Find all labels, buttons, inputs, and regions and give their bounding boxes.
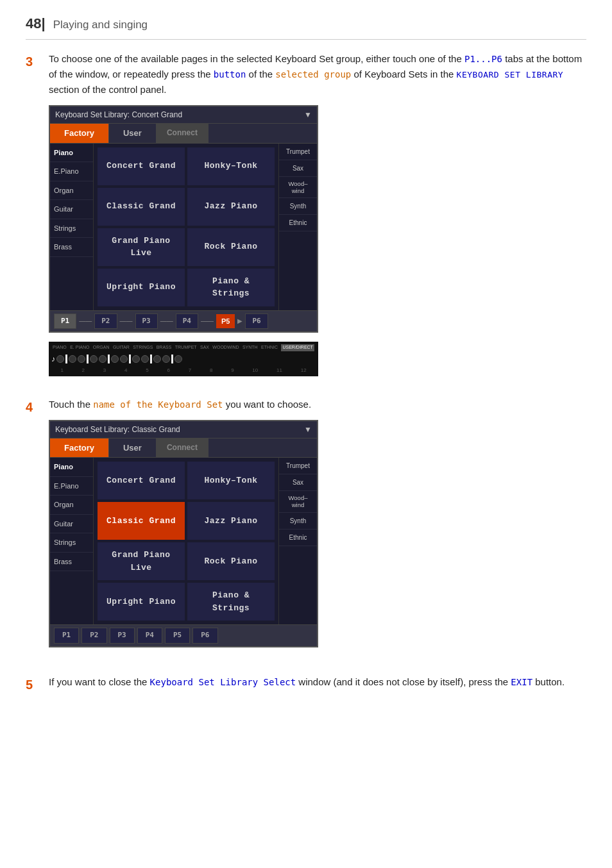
ks-cell-classic-grand-2[interactable]: Classic Grand [98, 502, 185, 540]
ks-pages-1: P1 —— P2 —— P3 —— P4 —— P5 ▶ P6 [50, 310, 317, 332]
exit-ref: EXIT [511, 677, 532, 687]
ks-cell-piano-strings-1[interactable]: Piano & Strings [187, 269, 275, 306]
keyboard-set-window-1: Keyboard Set Library: Concert Grand ▼ Fa… [49, 105, 318, 333]
ks-page-arrow-1: ▶ [236, 316, 244, 326]
knob-8[interactable] [132, 355, 140, 363]
ks-sidebar-brass-2[interactable]: Brass [50, 553, 93, 572]
ks-right-ethnic-1[interactable]: Ethnic [279, 215, 317, 231]
ks-right-synth-2[interactable]: Synth [279, 513, 317, 530]
ks-page-line-2: —— [119, 316, 134, 326]
bar-num-11: 11 [276, 367, 282, 374]
ks-right-synth-1[interactable]: Synth [279, 198, 317, 215]
ks-titlebar-2: Keyboard Set Library: Classic Grand ▼ [50, 421, 317, 438]
ks-cell-honky-tonk-1[interactable]: Honky–Tonk [187, 147, 275, 185]
knob-1[interactable] [56, 355, 64, 363]
ks-cell-classic-grand-1[interactable]: Classic Grand [98, 188, 185, 226]
bar-3 [108, 355, 110, 363]
ks-tabs-2: Factory User Connect [50, 438, 317, 458]
bar-num-5: 5 [146, 367, 148, 374]
knob-6[interactable] [111, 355, 119, 363]
ks-sidebar-guitar-1[interactable]: Guitar [50, 200, 93, 219]
ks-right-sidebar-2: Trumpet Sax Wood–wind Synth Ethnic [278, 458, 317, 624]
bar-num-3: 3 [103, 367, 106, 374]
ks-right-woodwind-2[interactable]: Wood–wind [279, 491, 317, 513]
ks-tab-factory-1[interactable]: Factory [50, 124, 109, 143]
ks-cell-concert-grand-2[interactable]: Concert Grand [98, 462, 185, 499]
step-4-text: Touch the name of the Keyboard Set you w… [49, 397, 586, 412]
ks-page-p1-1[interactable]: P1 [54, 313, 76, 330]
ks-titlebar-1: Keyboard Set Library: Concert Grand ▼ [50, 106, 317, 124]
knob-9[interactable] [141, 355, 149, 363]
ks-sidebar-organ-1[interactable]: Organ [50, 181, 93, 201]
ks-grid-1: Concert Grand Honky–Tonk Classic Grand J… [94, 144, 278, 310]
ks-sidebar-epiano-2[interactable]: E.Piano [50, 477, 93, 496]
ks-cell-jazz-piano-1[interactable]: Jazz Piano [187, 188, 275, 226]
ks-sidebar-strings-2[interactable]: Strings [50, 533, 93, 553]
ks-page-p4-1[interactable]: P4 [176, 313, 198, 330]
ks-right-trumpet-1[interactable]: Trumpet [279, 144, 317, 160]
knob-11[interactable] [162, 355, 170, 363]
ks-tab-factory-2[interactable]: Factory [50, 438, 109, 458]
ks-cell-grand-piano-live-2[interactable]: Grand Piano Live [98, 542, 185, 580]
ks-pages-2: P1 P2 P3 P4 P5 P6 [50, 624, 317, 646]
ks-sidebar-piano-1[interactable]: Piano [50, 144, 93, 163]
ks-right-trumpet-2[interactable]: Trumpet [279, 458, 317, 474]
ks-cell-rock-piano-2[interactable]: Rock Piano [187, 542, 275, 580]
ks-page-p6-2[interactable]: P6 [192, 628, 217, 644]
ks-sidebar-organ-2[interactable]: Organ [50, 496, 93, 515]
ks-cell-piano-strings-2[interactable]: Piano & Strings [187, 583, 275, 621]
step-5: 5 If you want to close the Keyboard Set … [26, 674, 586, 697]
ks-page-p3-2[interactable]: P3 [110, 628, 135, 644]
ks-tab-user-2[interactable]: User [109, 438, 157, 458]
step-4-number: 4 [26, 397, 40, 656]
ks-page-line-1: —— [78, 316, 93, 326]
knob-2[interactable] [69, 355, 76, 363]
ks-sidebar-strings-1[interactable]: Strings [50, 219, 93, 238]
ks-cell-upright-piano-1[interactable]: Upright Piano [98, 269, 185, 306]
ks-sidebar-brass-1[interactable]: Brass [50, 238, 93, 257]
ks-page-p4-2[interactable]: P4 [137, 628, 162, 644]
ks-cell-jazz-piano-2[interactable]: Jazz Piano [187, 502, 275, 540]
knob-3[interactable] [78, 355, 85, 363]
label-piano: PIANO [53, 344, 67, 351]
bar-5 [150, 355, 152, 363]
selected-group-ref: selected group [275, 69, 351, 79]
ks-sidebar-epiano-1[interactable]: E.Piano [50, 162, 93, 181]
ks-page-p2-1[interactable]: P2 [94, 313, 117, 330]
knob-7[interactable] [120, 355, 128, 363]
label-trumpet: TRUMPET [175, 344, 197, 351]
ks-page-p5-1[interactable]: P5 [216, 314, 235, 329]
knob-12[interactable] [174, 355, 182, 363]
ks-sidebar-piano-2[interactable]: Piano [50, 458, 93, 477]
ks-sidebar-guitar-2[interactable]: Guitar [50, 515, 93, 534]
label-guitar: GUITAR [113, 344, 130, 351]
ks-tab-connect-2[interactable]: Connect [157, 438, 208, 458]
ks-page-p5-2[interactable]: P5 [165, 628, 190, 644]
ks-tab-connect-1[interactable]: Connect [157, 124, 208, 143]
ks-right-sax-2[interactable]: Sax [279, 474, 317, 491]
step-5-text: If you want to close the Keyboard Set Li… [49, 674, 586, 690]
label-ethnic: ETHNIC [261, 344, 278, 351]
knob-5[interactable] [99, 355, 106, 363]
ks-page-p6-1[interactable]: P6 [245, 313, 268, 330]
ks-tab-user-1[interactable]: User [109, 124, 157, 143]
ks-right-sax-1[interactable]: Sax [279, 160, 317, 177]
control-bar-labels: PIANO E. PIANO ORGAN GUITAR STRINGS BRAS… [50, 344, 317, 351]
ks-cell-upright-piano-2[interactable]: Upright Piano [98, 583, 185, 621]
ks-page-p1-2[interactable]: P1 [54, 628, 79, 644]
label-epiano: E. PIANO [70, 344, 89, 351]
ks-right-woodwind-1[interactable]: Wood–wind [279, 177, 317, 199]
ks-cell-honky-tonk-2[interactable]: Honky–Tonk [187, 462, 275, 499]
bar-num-7: 7 [189, 367, 191, 374]
knob-4[interactable] [90, 355, 98, 363]
step-4: 4 Touch the name of the Keyboard Set you… [26, 397, 586, 656]
ks-cell-rock-piano-1[interactable]: Rock Piano [187, 228, 275, 266]
ks-page-p2-2[interactable]: P2 [81, 628, 106, 644]
page-number: 48| [26, 13, 46, 34]
p1p6-ref: P1...P6 [464, 54, 502, 64]
ks-cell-grand-piano-live-1[interactable]: Grand Piano Live [98, 228, 185, 266]
ks-page-p3-1[interactable]: P3 [135, 313, 158, 330]
ks-right-ethnic-2[interactable]: Ethnic [279, 530, 317, 546]
ks-cell-concert-grand-1[interactable]: Concert Grand [98, 147, 185, 185]
knob-10[interactable] [153, 355, 161, 363]
